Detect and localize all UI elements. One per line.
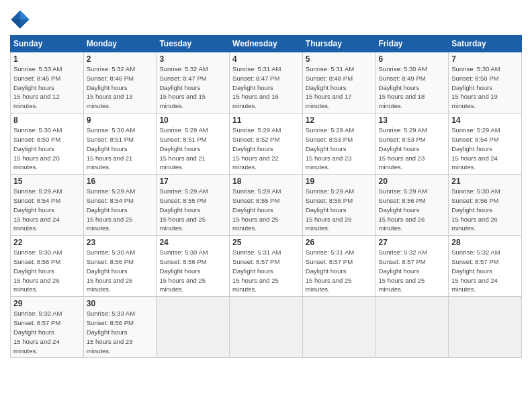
header-cell-tuesday: Tuesday bbox=[157, 36, 230, 52]
day-number: 9 bbox=[87, 116, 154, 125]
day-number: 27 bbox=[379, 238, 446, 247]
day-info: Sunrise: 5:29 AMSunset: 8:54 PMDaylight … bbox=[87, 187, 135, 232]
day-cell: 30 Sunrise: 5:33 AMSunset: 8:56 PMDaylig… bbox=[83, 297, 157, 358]
day-info: Sunrise: 5:32 AMSunset: 8:46 PMDaylight … bbox=[87, 65, 135, 109]
header-cell-monday: Monday bbox=[83, 36, 157, 52]
day-cell: 26 Sunrise: 5:31 AMSunset: 8:57 PMDaylig… bbox=[302, 236, 375, 297]
day-info: Sunrise: 5:30 AMSunset: 8:50 PMDaylight … bbox=[451, 65, 500, 109]
day-info: Sunrise: 5:29 AMSunset: 8:54 PMDaylight … bbox=[451, 126, 500, 171]
calendar-header: SundayMondayTuesdayWednesdayThursdayFrid… bbox=[11, 36, 522, 52]
day-info: Sunrise: 5:31 AMSunset: 8:47 PMDaylight … bbox=[232, 65, 281, 109]
header-cell-sunday: Sunday bbox=[11, 36, 84, 52]
day-cell: 14 Sunrise: 5:29 AMSunset: 8:54 PMDaylig… bbox=[449, 113, 522, 175]
header-cell-wednesday: Wednesday bbox=[230, 36, 303, 52]
day-info: Sunrise: 5:33 AMSunset: 8:56 PMDaylight … bbox=[87, 310, 135, 354]
day-cell bbox=[157, 297, 230, 358]
day-cell: 10 Sunrise: 5:29 AMSunset: 8:51 PMDaylig… bbox=[157, 113, 230, 175]
day-cell: 22 Sunrise: 5:30 AMSunset: 8:56 PMDaylig… bbox=[11, 236, 84, 297]
day-number: 22 bbox=[13, 238, 81, 247]
day-cell: 27 Sunrise: 5:32 AMSunset: 8:57 PMDaylig… bbox=[375, 236, 449, 297]
day-cell: 6 Sunrise: 5:30 AMSunset: 8:49 PMDayligh… bbox=[375, 52, 449, 113]
logo bbox=[10, 9, 33, 30]
day-cell: 12 Sunrise: 5:29 AMSunset: 8:53 PMDaylig… bbox=[302, 113, 375, 175]
day-number: 16 bbox=[87, 177, 154, 186]
day-number: 3 bbox=[159, 54, 226, 64]
day-info: Sunrise: 5:32 AMSunset: 8:47 PMDaylight … bbox=[159, 65, 208, 109]
day-number: 14 bbox=[451, 116, 519, 125]
day-info: Sunrise: 5:31 AMSunset: 8:57 PMDaylight … bbox=[306, 248, 354, 293]
day-cell: 4 Sunrise: 5:31 AMSunset: 8:47 PMDayligh… bbox=[230, 52, 303, 113]
day-cell bbox=[230, 297, 303, 358]
day-number: 2 bbox=[87, 54, 154, 64]
day-info: Sunrise: 5:29 AMSunset: 8:56 PMDaylight … bbox=[379, 187, 427, 232]
day-number: 23 bbox=[87, 238, 154, 247]
day-info: Sunrise: 5:32 AMSunset: 8:57 PMDaylight … bbox=[13, 310, 62, 354]
day-number: 5 bbox=[306, 54, 373, 64]
day-info: Sunrise: 5:29 AMSunset: 8:54 PMDaylight … bbox=[13, 187, 62, 232]
day-number: 30 bbox=[87, 299, 154, 308]
day-info: Sunrise: 5:30 AMSunset: 8:50 PMDaylight … bbox=[13, 126, 62, 171]
day-info: Sunrise: 5:29 AMSunset: 8:55 PMDaylight … bbox=[306, 187, 354, 232]
header-cell-friday: Friday bbox=[375, 36, 449, 52]
week-row-2: 8 Sunrise: 5:30 AMSunset: 8:50 PMDayligh… bbox=[11, 113, 522, 175]
day-info: Sunrise: 5:32 AMSunset: 8:57 PMDaylight … bbox=[451, 248, 500, 293]
day-info: Sunrise: 5:29 AMSunset: 8:53 PMDaylight … bbox=[306, 126, 354, 171]
header-row: SundayMondayTuesdayWednesdayThursdayFrid… bbox=[11, 36, 522, 52]
day-info: Sunrise: 5:30 AMSunset: 8:51 PMDaylight … bbox=[87, 126, 135, 171]
day-info: Sunrise: 5:30 AMSunset: 8:56 PMDaylight … bbox=[451, 187, 500, 232]
day-cell bbox=[375, 297, 449, 358]
day-number: 28 bbox=[451, 238, 519, 247]
header bbox=[10, 7, 522, 30]
day-info: Sunrise: 5:33 AMSunset: 8:45 PMDaylight … bbox=[13, 65, 62, 109]
day-cell: 29 Sunrise: 5:32 AMSunset: 8:57 PMDaylig… bbox=[11, 297, 84, 358]
day-number: 19 bbox=[306, 177, 373, 186]
week-row-4: 22 Sunrise: 5:30 AMSunset: 8:56 PMDaylig… bbox=[11, 236, 522, 297]
day-cell: 28 Sunrise: 5:32 AMSunset: 8:57 PMDaylig… bbox=[449, 236, 522, 297]
day-cell: 5 Sunrise: 5:31 AMSunset: 8:48 PMDayligh… bbox=[302, 52, 375, 113]
day-number: 11 bbox=[232, 116, 300, 125]
day-cell: 13 Sunrise: 5:29 AMSunset: 8:53 PMDaylig… bbox=[375, 113, 449, 175]
week-row-1: 1 Sunrise: 5:33 AMSunset: 8:45 PMDayligh… bbox=[11, 52, 522, 113]
day-info: Sunrise: 5:30 AMSunset: 8:56 PMDaylight … bbox=[87, 248, 135, 293]
week-row-5: 29 Sunrise: 5:32 AMSunset: 8:57 PMDaylig… bbox=[11, 297, 522, 358]
day-info: Sunrise: 5:31 AMSunset: 8:57 PMDaylight … bbox=[232, 248, 281, 293]
day-cell: 23 Sunrise: 5:30 AMSunset: 8:56 PMDaylig… bbox=[83, 236, 157, 297]
header-cell-thursday: Thursday bbox=[302, 36, 375, 52]
day-number: 18 bbox=[232, 177, 300, 186]
day-cell: 25 Sunrise: 5:31 AMSunset: 8:57 PMDaylig… bbox=[230, 236, 303, 297]
calendar-table: SundayMondayTuesdayWednesdayThursdayFrid… bbox=[10, 35, 522, 358]
day-number: 21 bbox=[451, 177, 519, 186]
day-info: Sunrise: 5:31 AMSunset: 8:48 PMDaylight … bbox=[306, 65, 354, 109]
svg-marker-2 bbox=[11, 19, 21, 29]
day-cell: 8 Sunrise: 5:30 AMSunset: 8:50 PMDayligh… bbox=[11, 113, 84, 175]
week-row-3: 15 Sunrise: 5:29 AMSunset: 8:54 PMDaylig… bbox=[11, 175, 522, 236]
day-cell: 15 Sunrise: 5:29 AMSunset: 8:54 PMDaylig… bbox=[11, 175, 84, 236]
day-cell: 19 Sunrise: 5:29 AMSunset: 8:55 PMDaylig… bbox=[302, 175, 375, 236]
svg-marker-1 bbox=[20, 11, 30, 20]
day-number: 25 bbox=[232, 238, 300, 247]
day-info: Sunrise: 5:30 AMSunset: 8:56 PMDaylight … bbox=[159, 248, 208, 293]
day-cell: 20 Sunrise: 5:29 AMSunset: 8:56 PMDaylig… bbox=[375, 175, 449, 236]
day-number: 1 bbox=[13, 54, 81, 64]
day-number: 10 bbox=[159, 116, 226, 125]
day-info: Sunrise: 5:30 AMSunset: 8:49 PMDaylight … bbox=[379, 65, 427, 109]
day-cell: 24 Sunrise: 5:30 AMSunset: 8:56 PMDaylig… bbox=[157, 236, 230, 297]
header-cell-saturday: Saturday bbox=[449, 36, 522, 52]
day-info: Sunrise: 5:30 AMSunset: 8:56 PMDaylight … bbox=[13, 248, 62, 293]
day-cell: 9 Sunrise: 5:30 AMSunset: 8:51 PMDayligh… bbox=[83, 113, 157, 175]
day-number: 29 bbox=[13, 299, 81, 308]
day-info: Sunrise: 5:29 AMSunset: 8:51 PMDaylight … bbox=[159, 126, 208, 171]
day-cell: 17 Sunrise: 5:29 AMSunset: 8:55 PMDaylig… bbox=[157, 175, 230, 236]
day-cell: 18 Sunrise: 5:29 AMSunset: 8:55 PMDaylig… bbox=[230, 175, 303, 236]
day-number: 8 bbox=[13, 116, 81, 125]
day-cell: 21 Sunrise: 5:30 AMSunset: 8:56 PMDaylig… bbox=[449, 175, 522, 236]
day-cell: 2 Sunrise: 5:32 AMSunset: 8:46 PMDayligh… bbox=[83, 52, 157, 113]
calendar-body: 1 Sunrise: 5:33 AMSunset: 8:45 PMDayligh… bbox=[11, 52, 522, 358]
calendar-page: SundayMondayTuesdayWednesdayThursdayFrid… bbox=[0, 0, 532, 411]
day-cell: 16 Sunrise: 5:29 AMSunset: 8:54 PMDaylig… bbox=[83, 175, 157, 236]
day-cell bbox=[302, 297, 375, 358]
day-number: 4 bbox=[232, 54, 300, 64]
day-number: 17 bbox=[159, 177, 226, 186]
day-number: 13 bbox=[379, 116, 446, 125]
day-cell: 7 Sunrise: 5:30 AMSunset: 8:50 PMDayligh… bbox=[449, 52, 522, 113]
